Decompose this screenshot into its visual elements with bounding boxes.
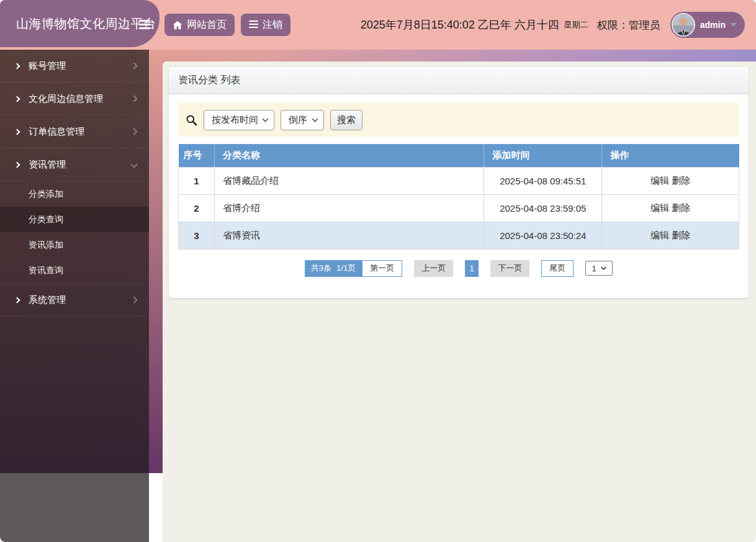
sidebar-item-label: 资讯管理 [29, 159, 66, 171]
home-button[interactable]: 网站首页 [164, 14, 235, 36]
sort-field-value: 按发布时间 [212, 114, 258, 126]
cell-name: 省博资讯 [214, 222, 484, 249]
next-page-button[interactable]: 下一页 [490, 260, 529, 277]
chevron-right-icon [130, 128, 137, 135]
sidebar-item-label: 账号管理 [29, 60, 66, 72]
pagination-summary-group: 共3条 1/1页 第一页 [305, 260, 402, 277]
table-row: 1 省博藏品介绍 2025-04-08 09:45:51 编辑 删除 [179, 167, 739, 194]
chevron-right-icon [14, 96, 20, 102]
list-icon [249, 20, 258, 30]
cell-time: 2025-04-08 09:45:51 [484, 167, 602, 194]
chevron-right-icon [14, 161, 20, 168]
sidebar-item-culture-info-mgmt[interactable]: 文化周边信息管理 [0, 83, 149, 115]
cell-time: 2025-04-08 23:50:24 [484, 222, 602, 249]
username-label: admin [700, 20, 726, 30]
chevron-down-icon [312, 118, 318, 122]
logout-button[interactable]: 注销 [241, 14, 290, 36]
cell-time: 2025-04-08 23:59:05 [484, 194, 602, 222]
search-button[interactable]: 搜索 [330, 110, 362, 130]
column-header-name: 分类名称 [214, 144, 484, 167]
edit-link[interactable]: 编辑 [650, 202, 669, 213]
logout-button-label: 注销 [263, 19, 282, 32]
sidebar-item-account-mgmt[interactable]: 账号管理 [0, 50, 149, 83]
chevron-down-icon [601, 266, 606, 270]
sidebar-subitem-label: 分类查询 [29, 214, 63, 225]
cell-index: 3 [179, 222, 215, 249]
home-button-label: 网站首页 [187, 19, 227, 32]
first-page-button[interactable]: 第一页 [362, 260, 402, 277]
cell-index: 2 [179, 194, 215, 222]
column-header-actions: 操作 [602, 144, 739, 167]
avatar [672, 13, 695, 37]
sidebar: 账号管理 文化周边信息管理 订单信息管理 资讯管理 分类添加 分类查询 [0, 50, 149, 542]
table-header-row: 序号 分类名称 添加时间 操作 [179, 144, 739, 167]
sidebar-subitem-category-query[interactable]: 分类查询 [0, 207, 149, 232]
chevron-down-icon [262, 118, 269, 122]
chevron-right-icon [130, 62, 137, 69]
edit-link[interactable]: 编辑 [650, 230, 669, 240]
sidebar-submenu-news: 分类添加 分类查询 资讯添加 资讯查询 [0, 181, 149, 284]
prev-page-button[interactable]: 上一页 [414, 260, 453, 277]
top-bar: 山海博物馆文化周边平台 网站首页 注销 2025年7月8日15:40:02 乙巳… [0, 0, 756, 50]
chevron-right-icon [14, 63, 20, 69]
column-header-index: 序号 [179, 144, 215, 167]
app-window: 山海博物馆文化周边平台 网站首页 注销 2025年7月8日15:40:02 乙巳… [0, 0, 756, 542]
chevron-right-icon [14, 297, 20, 303]
panel-title: 资讯分类 列表 [169, 67, 749, 94]
caret-down-icon [731, 23, 737, 27]
sidebar-item-order-mgmt[interactable]: 订单信息管理 [0, 115, 149, 148]
cell-actions: 编辑 删除 [602, 194, 739, 222]
main-content: 资讯分类 列表 按发布时间 倒序 [163, 61, 756, 542]
news-category-panel: 资讯分类 列表 按发布时间 倒序 [169, 67, 749, 298]
datetime-text: 2025年7月8日15:40:02 乙巳年 六月十四 [361, 17, 559, 32]
sort-order-value: 倒序 [289, 114, 307, 126]
pagination: 共3条 1/1页 第一页 上一页 1 下一页 尾页 1 [178, 260, 739, 277]
chevron-right-icon [14, 129, 20, 135]
cell-name: 省博介绍 [214, 194, 484, 222]
cell-actions: 编辑 删除 [602, 222, 739, 249]
app-title: 山海博物馆文化周边平台 [16, 16, 156, 32]
house-icon [173, 20, 182, 30]
permission-text: 权限：管理员 [597, 18, 660, 32]
cell-actions: 编辑 删除 [602, 167, 739, 194]
weekday-text: 星期二 [564, 19, 588, 30]
column-header-time: 添加时间 [484, 144, 602, 167]
edit-link[interactable]: 编辑 [650, 175, 669, 186]
header-nav: 网站首页 注销 [164, 14, 290, 36]
delete-link[interactable]: 删除 [672, 202, 690, 213]
chevron-right-icon [130, 95, 137, 102]
sidebar-item-label: 文化周边信息管理 [29, 93, 103, 105]
delete-link[interactable]: 删除 [672, 175, 690, 186]
current-page-button[interactable]: 1 [465, 260, 479, 277]
sidebar-item-news-mgmt[interactable]: 资讯管理 [0, 148, 149, 181]
sidebar-toggle-hamburger-icon[interactable] [139, 20, 150, 31]
page-select[interactable]: 1 [585, 261, 613, 276]
magnifier-icon [186, 114, 197, 126]
page-select-value: 1 [592, 264, 596, 273]
sidebar-subitem-news-query[interactable]: 资讯查询 [0, 258, 149, 283]
sidebar-subitem-category-add[interactable]: 分类添加 [0, 181, 149, 207]
sidebar-item-label: 系统管理 [29, 294, 66, 306]
cell-index: 1 [179, 167, 215, 194]
sidebar-subitem-label: 资讯查询 [29, 265, 63, 276]
sidebar-item-system-mgmt[interactable]: 系统管理 [0, 284, 149, 317]
category-table: 序号 分类名称 添加时间 操作 1 省博藏品介绍 2025-04-08 09:4… [178, 144, 739, 250]
last-page-button[interactable]: 尾页 [541, 260, 574, 277]
header-right: 2025年7月8日15:40:02 乙巳年 六月十四 星期二 权限：管理员 ad… [361, 0, 745, 50]
sidebar-subitem-news-add[interactable]: 资讯添加 [0, 232, 149, 258]
pagination-summary: 共3条 1/1页 [305, 260, 362, 277]
sidebar-item-label: 订单信息管理 [29, 126, 84, 138]
user-menu[interactable]: admin [670, 12, 745, 38]
delete-link[interactable]: 删除 [672, 230, 690, 240]
panel-body: 按发布时间 倒序 搜索 [169, 94, 749, 286]
app-logo: 山海博物馆文化周边平台 [0, 0, 160, 47]
search-bar: 按发布时间 倒序 搜索 [178, 103, 739, 137]
cell-name: 省博藏品介绍 [214, 167, 484, 194]
chevron-right-icon [130, 296, 137, 303]
sort-field-select[interactable]: 按发布时间 [204, 110, 274, 130]
sidebar-subitem-label: 资讯添加 [29, 240, 63, 251]
chevron-down-icon [130, 161, 137, 168]
sort-order-select[interactable]: 倒序 [281, 110, 324, 130]
table-row: 3 省博资讯 2025-04-08 23:50:24 编辑 删除 [179, 222, 739, 249]
total-count: 共3条 [311, 263, 331, 274]
